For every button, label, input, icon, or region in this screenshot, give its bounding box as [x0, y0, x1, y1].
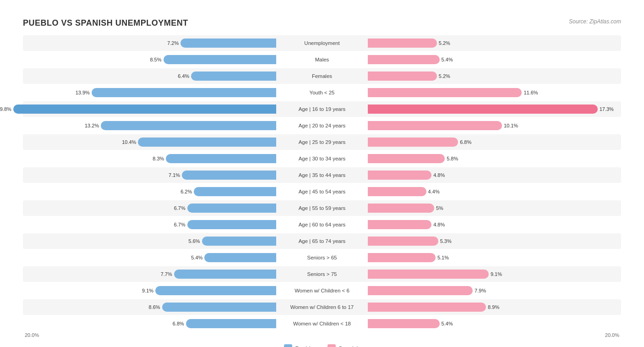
bar-left: 8.3% [166, 154, 276, 163]
row-label: Age | 35 to 44 years [276, 172, 368, 178]
bar-left-section: 10.4% [23, 134, 276, 150]
bar-right: 4.4% [368, 187, 426, 196]
bar-left-section: 6.7% [23, 217, 276, 232]
row-label: Age | 25 to 29 years [276, 139, 368, 145]
bar-left-section: 6.2% [23, 184, 276, 199]
table-row: 7.7% Seniors > 75 9.1% [23, 266, 621, 282]
bar-left-section: 8.6% [23, 299, 276, 315]
row-label: Unemployment [276, 40, 368, 46]
row-label: Age | 45 to 54 years [276, 189, 368, 194]
bar-left: 5.4% [204, 253, 276, 262]
bar-val-right: 5.3% [440, 238, 452, 244]
bar-right: 4.8% [368, 171, 431, 180]
table-row: 9.1% Women w/ Children < 6 7.9% [23, 283, 621, 298]
bar-left-section: 6.8% [23, 316, 276, 331]
bar-val-right: 7.9% [475, 288, 486, 293]
bar-val-left: 9.1% [142, 288, 153, 293]
bar-right: 10.1% [368, 121, 502, 130]
bar-val-left: 8.5% [150, 57, 161, 62]
bar-val-left: 7.7% [161, 271, 172, 277]
bar-left-section: 9.1% [23, 283, 276, 298]
table-row: 6.7% Age | 60 to 64 years 4.8% [23, 217, 621, 232]
bar-val-left: 10.4% [122, 139, 136, 145]
bar-val-left: 6.7% [174, 222, 186, 227]
bar-left: 8.5% [164, 55, 277, 64]
bar-val-left: 6.4% [178, 73, 189, 79]
scale-row: 20.0% 20.0% [23, 332, 621, 338]
table-row: 10.4% Age | 25 to 29 years 6.8% [23, 134, 621, 150]
bar-right-section: 5% [368, 200, 621, 216]
bar-left-section: 5.6% [23, 233, 276, 249]
bar-val-right: 5% [436, 205, 443, 211]
bar-left-section: 8.5% [23, 52, 276, 67]
bar-left-section: 7.7% [23, 266, 276, 282]
row-label: Women w/ Children 6 to 17 [276, 304, 368, 310]
table-row: 13.2% Age | 20 to 24 years 10.1% [23, 118, 621, 133]
bar-left: 19.8% [13, 105, 276, 114]
row-label: Age | 20 to 24 years [276, 123, 368, 128]
bar-right: 5.2% [368, 39, 437, 48]
bar-right-section: 4.8% [368, 167, 621, 183]
scale-left: 20.0% [23, 332, 280, 338]
bar-right-section: 5.4% [368, 316, 621, 331]
bar-right-section: 5.4% [368, 52, 621, 67]
bar-left: 5.6% [202, 237, 276, 246]
bar-right-section: 6.8% [368, 134, 621, 150]
chart-area: 7.2% Unemployment 5.2% 8.5% Males 5.4% 6… [23, 35, 621, 338]
table-row: 8.5% Males 5.4% [23, 52, 621, 67]
row-label: Females [276, 73, 368, 79]
bar-left: 6.7% [187, 204, 276, 213]
bar-left: 7.2% [180, 39, 276, 48]
table-row: 13.9% Youth < 25 11.6% [23, 85, 621, 100]
bar-right-section: 5.2% [368, 35, 621, 51]
bar-right-section: 8.9% [368, 299, 621, 315]
bar-val-right: 11.6% [524, 90, 538, 95]
bar-val-right: 5.8% [447, 156, 458, 161]
bar-right: 5% [368, 204, 434, 213]
bar-val-right: 4.4% [428, 189, 440, 194]
bar-val-right: 6.8% [460, 139, 471, 145]
bar-right-section: 5.8% [368, 151, 621, 166]
row-label: Age | 30 to 34 years [276, 156, 368, 161]
bar-val-right: 5.1% [437, 255, 449, 260]
bar-right-section: 5.3% [368, 233, 621, 249]
table-row: 6.2% Age | 45 to 54 years 4.4% [23, 184, 621, 199]
rows-container: 7.2% Unemployment 5.2% 8.5% Males 5.4% 6… [23, 35, 621, 331]
bar-right-section: 5.2% [368, 68, 621, 84]
row-label: Males [276, 57, 368, 62]
bar-right: 4.8% [368, 220, 431, 229]
chart-source: Source: ZipAtlas.com [569, 18, 621, 25]
spanish-legend-label: Spanish [338, 345, 360, 347]
bar-right: 5.3% [368, 237, 438, 246]
bar-val-right: 5.2% [439, 40, 450, 46]
row-label: Seniors > 65 [276, 255, 368, 260]
bar-right: 6.8% [368, 138, 458, 147]
row-label: Women w/ Children < 18 [276, 321, 368, 326]
chart-container: PUEBLO VS SPANISH UNEMPLOYMENT Source: Z… [9, 9, 635, 347]
pueblo-legend-box [284, 344, 292, 347]
bar-val-left: 5.6% [189, 238, 200, 244]
table-row: 19.8% Age | 16 to 19 years 17.3% [23, 101, 621, 117]
bar-right: 8.9% [368, 303, 486, 312]
pueblo-legend-label: Pueblo [295, 345, 313, 347]
bar-left-section: 7.2% [23, 35, 276, 51]
bar-left-section: 6.7% [23, 200, 276, 216]
bar-left: 13.9% [92, 88, 276, 97]
bar-right: 5.1% [368, 253, 436, 262]
bar-val-left: 6.8% [173, 321, 184, 326]
bar-right: 5.8% [368, 154, 445, 163]
bar-val-right: 10.1% [504, 123, 518, 128]
chart-title: PUEBLO VS SPANISH UNEMPLOYMENT [23, 18, 621, 28]
bar-val-right: 4.8% [433, 172, 445, 178]
bar-right-section: 17.3% [368, 101, 621, 117]
bar-val-left: 8.3% [153, 156, 164, 161]
bar-right: 5.4% [368, 55, 440, 64]
bar-left-section: 13.2% [23, 118, 276, 133]
bar-right: 5.4% [368, 319, 440, 328]
bar-val-left: 8.6% [149, 304, 160, 310]
bar-left: 6.4% [191, 72, 276, 81]
bar-right: 7.9% [368, 286, 473, 295]
bar-right: 11.6% [368, 88, 522, 97]
bar-left-section: 5.4% [23, 250, 276, 265]
bar-left: 6.7% [187, 220, 276, 229]
